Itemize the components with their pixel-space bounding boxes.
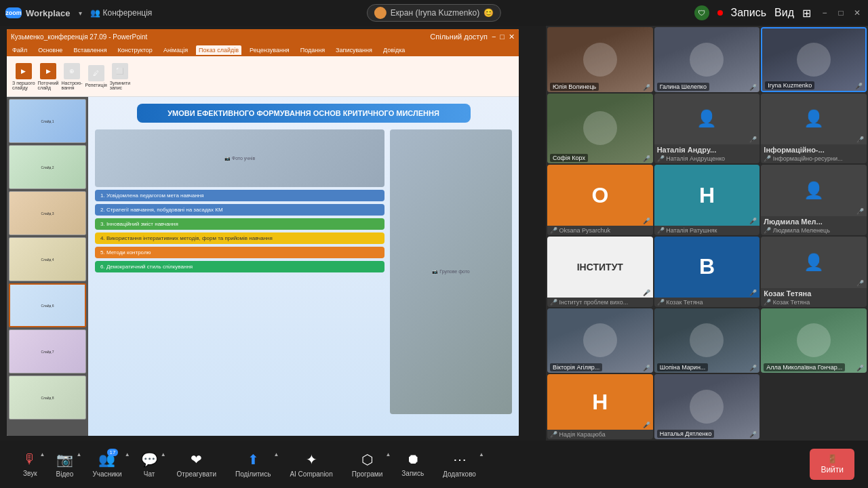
participant-tile[interactable]: 👤 🎤 Козак Тетяна 🎤 Козак Тетяна [761,237,867,307]
slide-thumb-1[interactable]: Слайд 1 [9,99,86,143]
participant-tile[interactable]: 👤 🎤 Наталія Андру... 🎤 Наталія Андрущенк… [654,94,760,164]
participant-name-overlay: Наталья Дятленко [657,430,715,438]
toolbar-share[interactable]: ⬆ Поділитись ▲ [226,447,280,482]
mic-icon: 🎤 [855,83,863,89]
screen-share-button[interactable]: Екран (Iryna Kuzmenko) 😊 [367,4,501,22]
toolbar-participants[interactable]: 👥 17 Учасники ▲ [83,447,131,482]
chat-label: Чат [144,470,155,478]
audio-label: Звук [23,470,37,477]
participant-video: Вікторія Агіляр... 🎤 [547,308,653,373]
slide-thumb-3[interactable]: Слайд 3 [9,191,86,235]
ppt-close[interactable]: ✕ [509,33,515,41]
participant-tile[interactable]: 👤 🎤 Інформаційно-... 🎤 Інформаційно-ресу… [761,94,867,164]
ppt-tab-slideshow[interactable]: Показ слайдів [196,45,241,55]
ppt-tab-insert[interactable]: Вставлення [71,45,109,55]
mic-icon: 🎤 [856,280,864,287]
slide-photo-right: 📷 Групове фото [390,129,512,414]
toolbar-more[interactable]: ⋯ Додатково ▲ [433,447,486,482]
participant-name-overlay: Алла Миколаївна Гончар... [764,363,845,371]
close-button[interactable]: ✕ [852,7,863,18]
participants-badge: 17 [107,449,119,456]
participant-video: ІНСТИТУТ 🎤 [547,237,653,298]
participant-tile[interactable]: 👤 🎤 Людмила Мел... 🎤 Людмила Меленець [761,165,867,235]
toolbar-record[interactable]: ⏺ Запись [392,447,433,481]
audio-chevron-icon[interactable]: ▲ [40,451,45,458]
ppt-min[interactable]: − [492,33,496,41]
app-dropdown-arrow[interactable]: ▾ [79,9,82,17]
video-chevron-icon[interactable]: ▲ [76,451,81,458]
ppt-tab-home[interactable]: Основне [35,45,65,55]
participant-tile[interactable]: Шопіна Марин... 🎤 [654,308,760,373]
minimize-button[interactable]: − [819,7,830,18]
toolbar-video[interactable]: 📷 Відео ▲ [47,447,83,482]
participant-tile[interactable]: Вікторія Агіляр... 🎤 [547,308,653,373]
main-slide: УМОВИ ЕФЕКТИВНОГО ФОРМУВАННЯ ОСНОВ КРИТИ… [88,97,519,436]
mic-icon: 🎤 [643,218,650,224]
conference-button[interactable]: 👥 Конференція [90,8,153,18]
security-button[interactable]: 🛡 [694,5,709,20]
mic-icon: 🎤 [749,431,757,438]
ppt-tab-design[interactable]: Конструктор [115,45,155,55]
chat-chevron-icon[interactable]: ▲ [161,451,166,458]
participant-video: 👤 🎤 [761,165,867,216]
apps-icon: ⬡ [361,451,373,468]
participant-tile[interactable]: Софія Корх 🎤 [547,94,653,164]
conference-label: Конференція [103,8,153,18]
ppt-tab-record[interactable]: Записування [333,45,375,55]
slide-thumb-5[interactable]: Слайд 6 [9,283,86,327]
ppt-titlebar: Кузьменко_конференція 27.09 - PowerPoint… [7,29,519,44]
slide-item-1: 1. Усвідомлена педагогом мета навчання [95,190,384,201]
exit-button[interactable]: 🚪 Вийти [810,449,854,480]
slide-panel[interactable]: Слайд 1 Слайд 2 Слайд 3 [7,97,88,436]
mic-icon: 🎤 [856,208,864,215]
participant-name: Козак Тетяна [761,288,867,298]
participant-label: 🎤 Наталія Ратушняк [654,226,760,235]
more-chevron-icon[interactable]: ▲ [479,451,484,458]
ppt-tab-file[interactable]: Файл [9,45,30,55]
participant-video: Н 🎤 [654,165,760,226]
ppt-tab-view[interactable]: Подання [298,45,328,55]
participants-chevron-icon[interactable]: ▲ [125,451,130,458]
slide-thumb-7[interactable]: Слайд 8 [9,375,86,420]
participant-name-overlay: Вікторія Агіляр... [550,363,602,371]
participant-tile[interactable]: Iryna Kuzmenko 🎤 [761,27,867,92]
slide-item-6: 6. Демократичний стиль спілкування [95,261,384,272]
maximize-button[interactable]: □ [835,7,846,18]
ppt-tab-help[interactable]: Довідка [380,45,408,55]
ppt-tab-review[interactable]: Рецензування [247,45,292,55]
exit-icon: 🚪 [827,454,837,464]
participant-tile[interactable]: В 🎤 🎤 Козак Тетяна [654,237,760,307]
participant-tile[interactable]: O 🎤 🎤 Oksana Pysarchuk [547,165,653,235]
participant-name: Людмила Мел... [761,216,867,226]
zoom-icon: zoom [5,7,22,18]
participant-sublabel: 🎤 Наталія Андрущенко [654,154,760,163]
participant-video: O 🎤 [547,165,653,226]
toolbar-apps[interactable]: ⬡ Програми ▲ [342,447,393,482]
participant-name-overlay: Iryna Kuzmenko [765,81,814,89]
participant-tile[interactable]: ІНСТИТУТ 🎤 🎤 Інститут проблем вихо... [547,237,653,307]
toolbar-ai[interactable]: ✦ AI Companion [280,447,342,482]
record-icon: ⏺ [406,451,420,467]
screen-share-label: Екран (Iryna Kuzmenko) [391,8,479,18]
react-label: Отреагувати [177,470,216,478]
ppt-collab[interactable]: Спільний доступ [430,33,488,41]
slide-thumb-2[interactable]: Слайд 2 [9,145,86,189]
ppt-max[interactable]: □ [500,33,505,41]
mic-icon: 🎤 [643,422,650,428]
participant-tile[interactable]: Наталья Дятленко 🎤 [654,374,760,439]
participant-label: 🎤 Надія Карацюба [547,430,653,439]
toolbar-audio[interactable]: 🎙 Звук ▲ [14,447,47,481]
slide-thumb-6[interactable]: Слайд 7 [9,329,86,373]
apps-chevron-icon[interactable]: ▲ [385,451,391,458]
slide-thumb-4[interactable]: Слайд 4 [9,237,86,281]
participant-tile[interactable]: Алла Миколаївна Гончар... 🎤 [761,308,867,373]
toolbar-react[interactable]: ❤ Отреагувати [167,447,226,482]
participant-tile[interactable]: Галина Шелепко 🎤 [654,27,760,92]
participant-tile[interactable]: Н 🎤 🎤 Наталія Ратушняк [654,165,760,235]
ppt-tab-anim[interactable]: Анімація [161,45,191,55]
participant-tile[interactable]: Н 🎤 🎤 Надія Карацюба [547,374,653,439]
toolbar-chat[interactable]: 💬 Чат ▲ [132,447,167,482]
presentation-area: Кузьменко_конференція 27.09 - PowerPoint… [0,26,546,441]
share-chevron-icon[interactable]: ▲ [273,451,279,458]
participant-tile[interactable]: Юлія Волинець 🎤 [547,27,653,92]
